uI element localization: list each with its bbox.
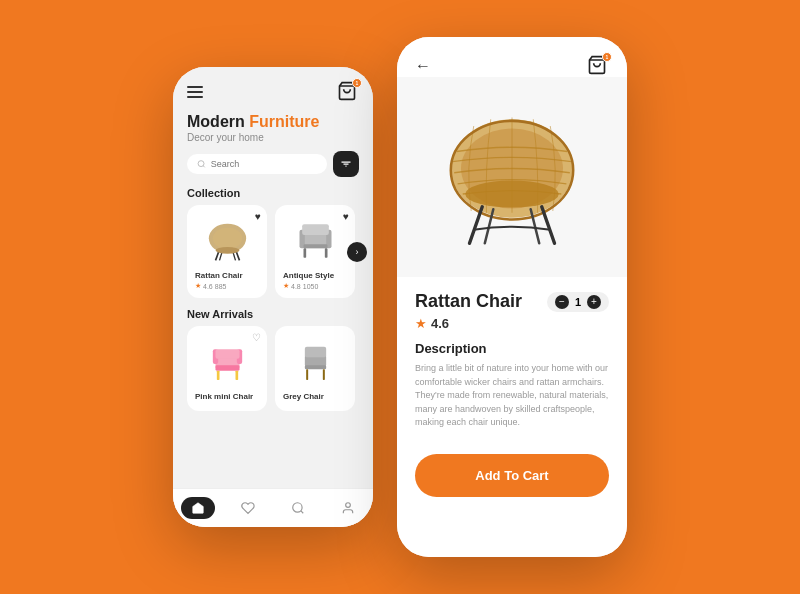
profile-icon	[341, 501, 355, 515]
collection-title: Collection	[173, 187, 373, 205]
left-phone: 1 Modern Furniture Decor your home	[173, 67, 373, 527]
cart-button[interactable]: 1	[337, 81, 359, 103]
detail-cart-button[interactable]: 1	[587, 55, 609, 77]
hero-title: Modern Furniture	[187, 113, 359, 131]
svg-rect-26	[306, 369, 308, 380]
svg-line-36	[542, 207, 555, 244]
right-phone: ← 1	[397, 37, 627, 557]
qty-display: 1	[575, 296, 581, 308]
rattan-chair-detail	[427, 92, 597, 262]
new-arrivals-title: New Arrivals	[173, 308, 373, 326]
new-arrivals-section: New Arrivals ♡	[173, 308, 373, 411]
product-hero-image	[397, 77, 627, 277]
add-to-cart-button[interactable]: Add To Cart	[415, 454, 609, 497]
search-box[interactable]	[187, 154, 327, 174]
svg-rect-20	[215, 365, 239, 370]
grey-chair-image	[288, 336, 343, 386]
rattan-chair-image	[200, 215, 255, 265]
antique-card-meta: ★ 4.8 1050	[283, 282, 347, 290]
search-icon	[197, 159, 206, 169]
nav-search[interactable]	[281, 497, 315, 519]
description-text: Bring a little bit of nature into your h…	[415, 362, 609, 430]
menu-icon[interactable]	[187, 86, 203, 98]
collection-item-antique[interactable]: ♥	[275, 205, 355, 298]
nav-profile[interactable]	[331, 497, 365, 519]
right-header: ← 1	[397, 37, 627, 77]
svg-rect-22	[235, 371, 238, 380]
svg-point-1	[198, 161, 204, 167]
home-icon	[191, 501, 205, 515]
favorite-button-rattan[interactable]: ♥	[255, 211, 261, 222]
svg-rect-15	[302, 224, 329, 235]
svg-point-8	[215, 247, 239, 254]
left-header: 1	[173, 67, 373, 109]
sort-button[interactable]	[333, 151, 359, 177]
svg-rect-25	[304, 365, 325, 369]
pink-card-name: Pink mini Chair	[195, 392, 259, 401]
svg-rect-19	[215, 349, 239, 358]
back-button[interactable]: ←	[415, 57, 431, 75]
pink-chair-image	[200, 336, 255, 386]
favorite-button-antique[interactable]: ♥	[343, 211, 349, 222]
search-input[interactable]	[211, 159, 317, 169]
search-nav-icon	[291, 501, 305, 515]
arrival-item-pink[interactable]: ♡	[187, 326, 267, 411]
collection-scroll: ♥	[173, 205, 373, 298]
svg-rect-21	[216, 371, 219, 380]
antique-chair-image	[288, 215, 343, 265]
product-info: Rattan Chair − 1 + ★ 4.6 Description Bri…	[397, 277, 627, 440]
rating-star-icon: ★	[415, 316, 427, 331]
favorite-button-pink[interactable]: ♡	[252, 332, 261, 343]
collection-next-button[interactable]: ›	[347, 242, 367, 262]
rattan-card-name: Rattan Chair	[195, 271, 259, 280]
sort-icon	[340, 158, 352, 170]
qty-plus-button[interactable]: +	[587, 295, 601, 309]
svg-rect-13	[303, 248, 306, 257]
antique-card-name: Antique Style	[283, 271, 347, 280]
svg-rect-14	[324, 248, 327, 257]
arrival-item-grey[interactable]: Grey Chair	[275, 326, 355, 411]
cart-badge-count: 1	[352, 78, 362, 88]
svg-line-35	[470, 207, 483, 244]
search-row	[173, 151, 373, 187]
new-arrivals-scroll: ♡	[173, 326, 373, 411]
svg-point-3	[212, 228, 241, 249]
bottom-nav	[173, 488, 373, 527]
rating-value: 4.6	[431, 316, 449, 331]
nav-favorites[interactable]	[231, 497, 265, 519]
svg-rect-12	[303, 244, 327, 248]
collection-item-rattan[interactable]: ♥	[187, 205, 267, 298]
description-title: Description	[415, 341, 609, 356]
product-name-row: Rattan Chair − 1 +	[415, 291, 609, 312]
svg-rect-27	[322, 369, 324, 380]
svg-point-34	[465, 180, 559, 207]
hero-subtitle: Decor your home	[187, 132, 359, 143]
rattan-card-meta: ★ 4.6 885	[195, 282, 259, 290]
grey-card-name: Grey Chair	[283, 392, 347, 401]
rating-row: ★ 4.6	[415, 316, 609, 331]
detail-cart-badge: 1	[602, 52, 612, 62]
hero-section: Modern Furniture Decor your home	[173, 109, 373, 151]
heart-icon	[241, 501, 255, 515]
quantity-control: − 1 +	[547, 292, 609, 312]
qty-minus-button[interactable]: −	[555, 295, 569, 309]
svg-rect-24	[304, 347, 325, 358]
nav-home[interactable]	[181, 497, 215, 519]
svg-point-28	[293, 503, 302, 512]
product-name: Rattan Chair	[415, 291, 522, 312]
svg-point-29	[346, 503, 351, 508]
